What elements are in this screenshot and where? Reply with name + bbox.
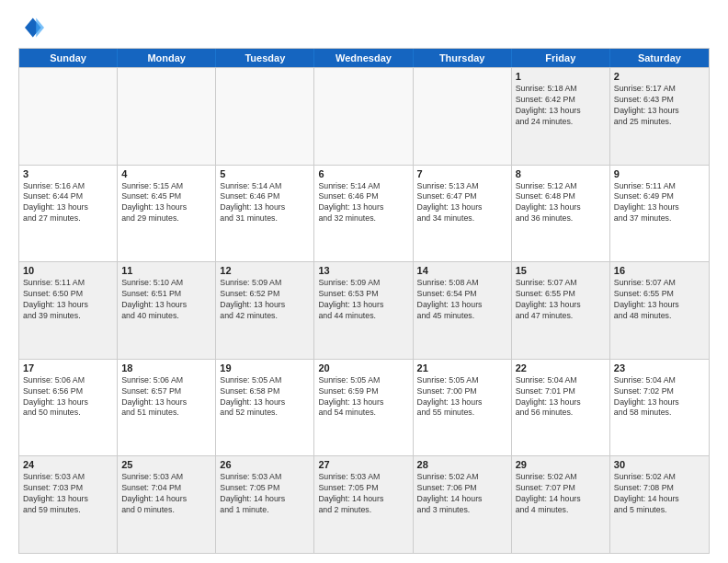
day-info: Sunrise: 5:05 AM Sunset: 6:58 PM Dayligh…	[220, 375, 310, 419]
calendar-row-1: 1Sunrise: 5:18 AM Sunset: 6:42 PM Daylig…	[19, 67, 709, 165]
calendar-body: 1Sunrise: 5:18 AM Sunset: 6:42 PM Daylig…	[19, 67, 709, 553]
day-info: Sunrise: 5:03 AM Sunset: 7:04 PM Dayligh…	[121, 472, 211, 516]
day-info: Sunrise: 5:05 AM Sunset: 7:00 PM Dayligh…	[417, 375, 507, 419]
cal-cell: 9Sunrise: 5:11 AM Sunset: 6:49 PM Daylig…	[610, 166, 709, 262]
cal-cell: 13Sunrise: 5:09 AM Sunset: 6:53 PM Dayli…	[314, 262, 413, 359]
day-info: Sunrise: 5:03 AM Sunset: 7:05 PM Dayligh…	[220, 472, 310, 516]
day-number: 9	[614, 168, 705, 179]
cal-cell: 4Sunrise: 5:15 AM Sunset: 6:45 PM Daylig…	[118, 166, 216, 262]
cal-cell: 8Sunrise: 5:12 AM Sunset: 6:48 PM Daylig…	[512, 166, 610, 262]
cal-cell: 2Sunrise: 5:17 AM Sunset: 6:43 PM Daylig…	[610, 68, 709, 165]
day-info: Sunrise: 5:09 AM Sunset: 6:52 PM Dayligh…	[220, 278, 310, 322]
day-number: 6	[318, 168, 408, 179]
day-info: Sunrise: 5:03 AM Sunset: 7:03 PM Dayligh…	[23, 472, 113, 516]
day-number: 17	[23, 362, 113, 373]
day-number: 5	[220, 168, 310, 179]
cal-cell	[19, 68, 118, 165]
day-number: 8	[516, 168, 606, 179]
day-number: 1	[516, 71, 606, 82]
header-tuesday: Tuesday	[216, 49, 314, 67]
day-number: 24	[23, 459, 113, 470]
cal-cell: 26Sunrise: 5:03 AM Sunset: 7:05 PM Dayli…	[216, 456, 314, 553]
day-info: Sunrise: 5:16 AM Sunset: 6:44 PM Dayligh…	[23, 181, 113, 225]
day-number: 30	[614, 459, 705, 470]
day-info: Sunrise: 5:11 AM Sunset: 6:49 PM Dayligh…	[614, 181, 705, 225]
day-number: 21	[417, 362, 507, 373]
cal-cell: 15Sunrise: 5:07 AM Sunset: 6:55 PM Dayli…	[512, 262, 610, 359]
cal-cell	[414, 68, 512, 165]
day-info: Sunrise: 5:04 AM Sunset: 7:02 PM Dayligh…	[614, 375, 705, 419]
day-number: 10	[23, 265, 113, 276]
cal-cell: 17Sunrise: 5:06 AM Sunset: 6:56 PM Dayli…	[19, 360, 118, 456]
cal-cell: 30Sunrise: 5:02 AM Sunset: 7:08 PM Dayli…	[610, 456, 709, 553]
header-sunday: Sunday	[19, 49, 118, 67]
cal-cell: 24Sunrise: 5:03 AM Sunset: 7:03 PM Dayli…	[19, 456, 118, 553]
day-info: Sunrise: 5:12 AM Sunset: 6:48 PM Dayligh…	[516, 181, 606, 225]
cal-cell: 23Sunrise: 5:04 AM Sunset: 7:02 PM Dayli…	[610, 360, 709, 456]
day-info: Sunrise: 5:02 AM Sunset: 7:08 PM Dayligh…	[614, 472, 705, 516]
cal-cell: 19Sunrise: 5:05 AM Sunset: 6:58 PM Dayli…	[216, 360, 314, 456]
svg-marker-1	[36, 18, 44, 38]
day-number: 26	[220, 459, 310, 470]
cal-cell: 10Sunrise: 5:11 AM Sunset: 6:50 PM Dayli…	[19, 262, 118, 359]
cal-cell: 6Sunrise: 5:14 AM Sunset: 6:46 PM Daylig…	[314, 166, 413, 262]
day-number: 11	[121, 265, 211, 276]
cal-cell: 20Sunrise: 5:05 AM Sunset: 6:59 PM Dayli…	[314, 360, 413, 456]
day-info: Sunrise: 5:03 AM Sunset: 7:05 PM Dayligh…	[318, 472, 408, 516]
day-number: 2	[614, 71, 705, 82]
day-number: 7	[417, 168, 507, 179]
logo	[18, 15, 48, 40]
day-number: 27	[318, 459, 408, 470]
day-number: 12	[220, 265, 310, 276]
day-info: Sunrise: 5:17 AM Sunset: 6:43 PM Dayligh…	[614, 84, 705, 128]
day-number: 16	[614, 265, 705, 276]
cal-cell: 12Sunrise: 5:09 AM Sunset: 6:52 PM Dayli…	[216, 262, 314, 359]
cal-cell: 1Sunrise: 5:18 AM Sunset: 6:42 PM Daylig…	[512, 68, 610, 165]
day-number: 19	[220, 362, 310, 373]
header-friday: Friday	[512, 49, 610, 67]
cal-cell: 7Sunrise: 5:13 AM Sunset: 6:47 PM Daylig…	[414, 166, 512, 262]
day-number: 25	[121, 459, 211, 470]
cal-cell: 22Sunrise: 5:04 AM Sunset: 7:01 PM Dayli…	[512, 360, 610, 456]
day-number: 29	[516, 459, 606, 470]
calendar-row-2: 3Sunrise: 5:16 AM Sunset: 6:44 PM Daylig…	[19, 165, 709, 262]
cal-cell: 3Sunrise: 5:16 AM Sunset: 6:44 PM Daylig…	[19, 166, 118, 262]
header-thursday: Thursday	[414, 49, 512, 67]
day-info: Sunrise: 5:04 AM Sunset: 7:01 PM Dayligh…	[516, 375, 606, 419]
cal-cell	[118, 68, 216, 165]
calendar-row-3: 10Sunrise: 5:11 AM Sunset: 6:50 PM Dayli…	[19, 261, 709, 359]
cal-cell: 21Sunrise: 5:05 AM Sunset: 7:00 PM Dayli…	[414, 360, 512, 456]
day-info: Sunrise: 5:13 AM Sunset: 6:47 PM Dayligh…	[417, 181, 507, 225]
header	[18, 15, 710, 40]
day-number: 18	[121, 362, 211, 373]
cal-cell: 25Sunrise: 5:03 AM Sunset: 7:04 PM Dayli…	[118, 456, 216, 553]
calendar-header: Sunday Monday Tuesday Wednesday Thursday…	[19, 49, 709, 67]
day-info: Sunrise: 5:02 AM Sunset: 7:07 PM Dayligh…	[516, 472, 606, 516]
header-wednesday: Wednesday	[314, 49, 413, 67]
cal-cell: 27Sunrise: 5:03 AM Sunset: 7:05 PM Dayli…	[314, 456, 413, 553]
cal-cell: 11Sunrise: 5:10 AM Sunset: 6:51 PM Dayli…	[118, 262, 216, 359]
cal-cell	[314, 68, 413, 165]
cal-cell: 5Sunrise: 5:14 AM Sunset: 6:46 PM Daylig…	[216, 166, 314, 262]
day-number: 13	[318, 265, 408, 276]
cal-cell: 16Sunrise: 5:07 AM Sunset: 6:55 PM Dayli…	[610, 262, 709, 359]
day-info: Sunrise: 5:06 AM Sunset: 6:56 PM Dayligh…	[23, 375, 113, 419]
day-number: 3	[23, 168, 113, 179]
day-info: Sunrise: 5:07 AM Sunset: 6:55 PM Dayligh…	[516, 278, 606, 322]
header-monday: Monday	[118, 49, 216, 67]
day-info: Sunrise: 5:05 AM Sunset: 6:59 PM Dayligh…	[318, 375, 408, 419]
calendar: Sunday Monday Tuesday Wednesday Thursday…	[18, 48, 710, 554]
calendar-row-5: 24Sunrise: 5:03 AM Sunset: 7:03 PM Dayli…	[19, 455, 709, 553]
calendar-row-4: 17Sunrise: 5:06 AM Sunset: 6:56 PM Dayli…	[19, 359, 709, 456]
day-info: Sunrise: 5:18 AM Sunset: 6:42 PM Dayligh…	[516, 84, 606, 128]
day-info: Sunrise: 5:11 AM Sunset: 6:50 PM Dayligh…	[23, 278, 113, 322]
day-info: Sunrise: 5:14 AM Sunset: 6:46 PM Dayligh…	[318, 181, 408, 225]
day-info: Sunrise: 5:14 AM Sunset: 6:46 PM Dayligh…	[220, 181, 310, 225]
day-number: 22	[516, 362, 606, 373]
day-info: Sunrise: 5:10 AM Sunset: 6:51 PM Dayligh…	[121, 278, 211, 322]
day-number: 23	[614, 362, 705, 373]
day-info: Sunrise: 5:07 AM Sunset: 6:55 PM Dayligh…	[614, 278, 705, 322]
cal-cell: 28Sunrise: 5:02 AM Sunset: 7:06 PM Dayli…	[414, 456, 512, 553]
day-info: Sunrise: 5:09 AM Sunset: 6:53 PM Dayligh…	[318, 278, 408, 322]
cal-cell: 14Sunrise: 5:08 AM Sunset: 6:54 PM Dayli…	[414, 262, 512, 359]
